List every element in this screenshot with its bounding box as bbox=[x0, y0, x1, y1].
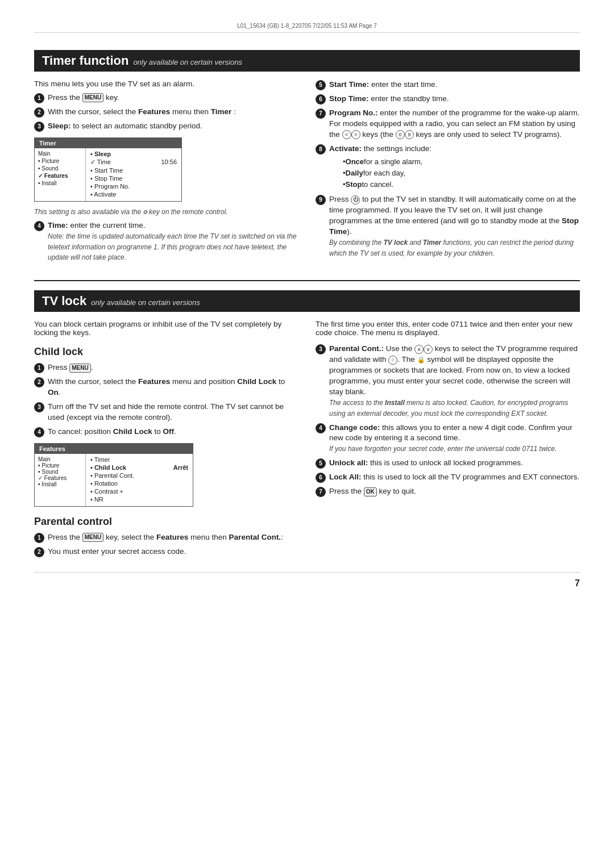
fmenu-item-sound: • Sound bbox=[38, 469, 82, 475]
step3-content: Sleep: to select an automatic standby pe… bbox=[48, 121, 298, 132]
child-step-1: 1 Press MENU. bbox=[34, 362, 298, 373]
tvlock-step5-num: 5 bbox=[316, 458, 326, 469]
tvlock-step6-content: Lock All: this is used to lock all the T… bbox=[329, 472, 580, 483]
step7-content: Program No.: enter the number of the pro… bbox=[329, 108, 580, 140]
fitem-rotation: • Rotation bbox=[90, 480, 188, 487]
standby-icon: ⏻ bbox=[351, 195, 360, 205]
child-lock-steps: 1 Press MENU. 2 With the cursor, select … bbox=[34, 362, 298, 437]
tvlock-step4-note: If you have forgotten your secret code, … bbox=[329, 445, 557, 453]
tvlock-step6-num: 6 bbox=[316, 473, 326, 483]
timer-step-3: 3 Sleep: to select an automatic standby … bbox=[34, 121, 298, 132]
tvlock-step-6: 6 Lock All: this is used to lock all the… bbox=[316, 472, 580, 483]
tvlock-step7-content: Press the OK key to quit. bbox=[329, 486, 580, 497]
bullet-daily: • Daily for each day, bbox=[343, 168, 580, 178]
step4-note: Note: the time is updated automatically … bbox=[48, 232, 297, 262]
features-menu-mockup: Features Main • Picture • Sound ✓ Featur… bbox=[34, 443, 193, 507]
fmenu-item-features: ✓ Features bbox=[38, 475, 82, 481]
circle-right-icon: > bbox=[351, 130, 360, 139]
parental-step2-content: You must enter your secret access code. bbox=[48, 546, 298, 557]
menu-item-sound: • Sound bbox=[38, 165, 82, 172]
fitem-nr: • NR bbox=[90, 496, 188, 503]
step4-num: 4 bbox=[34, 221, 44, 231]
down-arrow-icon: ∨ bbox=[424, 345, 433, 354]
tvlock-two-col: You can block certain programs or inhibi… bbox=[34, 320, 580, 561]
features-menu-right: • Timer • Child Lock Arrêt • Parental Co… bbox=[86, 454, 193, 506]
timer-time-label: ✓ Time bbox=[90, 158, 111, 166]
timer-step-5: 5 Start Time: enter the start time. bbox=[316, 80, 580, 90]
tvlock-section: TV lock only available on certain versio… bbox=[34, 290, 580, 561]
timer-menu-right: • Sleep ✓ Time 10:56 • Start Time • Stop… bbox=[86, 148, 181, 201]
parental-step-2: 2 You must enter your secret access code… bbox=[34, 546, 298, 557]
fitem-childlock-label: • Child Lock bbox=[90, 464, 126, 471]
child-step2-content: With the cursor, select the Features men… bbox=[48, 377, 298, 398]
timer-step-9: 9 Press ⏻ to put the TV set in standby. … bbox=[316, 194, 580, 258]
timer-menu-body: Main • Picture • Sound ✓ Features • Inst… bbox=[35, 148, 181, 201]
fmenu-item-picture: • Picture bbox=[38, 462, 82, 469]
step1-num: 1 bbox=[34, 93, 44, 103]
step9-note: By combining the TV lock and Timer funct… bbox=[329, 239, 574, 257]
timer-step-7: 7 Program No.: enter the number of the p… bbox=[316, 108, 580, 140]
fitem-timer: • Timer bbox=[90, 456, 188, 463]
timer-right-steps: 5 Start Time: enter the start time. 6 St… bbox=[316, 80, 580, 258]
timer-menu-mockup: Timer Main • Picture • Sound ✓ Features … bbox=[34, 137, 182, 202]
timer-step-1: 1 Press the MENU key. bbox=[34, 93, 298, 103]
timer-step-8: 8 Activate: the settings include: • Once… bbox=[316, 144, 580, 191]
timer-title-text: Timer function bbox=[42, 53, 128, 68]
circle-0-icon: 0 bbox=[396, 130, 405, 139]
timer-left-steps: 1 Press the MENU key. 2 With the cursor,… bbox=[34, 93, 298, 132]
child-step-4: 4 To cancel: position Child Lock to Off. bbox=[34, 427, 298, 437]
step1-content: Press the MENU key. bbox=[48, 93, 298, 103]
timer-step-6: 6 Stop Time: enter the standby time. bbox=[316, 94, 580, 105]
timer-item-starttime: • Start Time bbox=[90, 167, 177, 174]
tvlock-step-3: 3 Parental Cont.: Use the ∧∨ keys to sel… bbox=[316, 344, 580, 419]
step9-content: Press ⏻ to put the TV set in standby. It… bbox=[329, 194, 580, 258]
tvlock-right-col: The first time you enter this, enter cod… bbox=[316, 320, 580, 561]
bullet-once: • Once for a single alarm, bbox=[343, 157, 580, 167]
ok-circle-icon: ○ bbox=[388, 356, 397, 365]
timer-section-title: Timer function only available on certain… bbox=[34, 50, 580, 72]
tvlock-left-col: You can block certain programs or inhibi… bbox=[34, 320, 298, 561]
child-step4-num: 4 bbox=[34, 427, 44, 437]
bullet-stop: • Stop to cancel. bbox=[343, 180, 580, 190]
up-arrow-icon: ∧ bbox=[414, 345, 424, 354]
ok-key-icon: OK bbox=[364, 487, 377, 496]
menu-item-install: • Install bbox=[38, 180, 82, 186]
tvlock-section-title: TV lock only available on certain versio… bbox=[34, 290, 580, 312]
timer-item-stoptime: • Stop Time bbox=[90, 175, 177, 182]
fitem-contrast: • Contrast + bbox=[90, 488, 188, 495]
features-menu-body: Main • Picture • Sound ✓ Features • Inst… bbox=[35, 454, 193, 506]
page-meta: L01_15634 (GB) 1-8_220705 7/22/05 11:53 … bbox=[34, 23, 580, 33]
step2-num: 2 bbox=[34, 107, 44, 118]
tvlock-step-5: 5 Unlock all: this is used to unlock all… bbox=[316, 458, 580, 469]
timer-subtitle: only available on certain versions bbox=[133, 58, 242, 66]
child-step-3: 3 Turn off the TV set and hide the remot… bbox=[34, 402, 298, 423]
timer-time-value: 10:56 bbox=[161, 158, 177, 166]
parental-step1-num: 1 bbox=[34, 533, 44, 543]
timer-right-col: 5 Start Time: enter the start time. 6 St… bbox=[316, 80, 580, 266]
menu-key-1: MENU bbox=[82, 93, 103, 102]
child-step3-num: 3 bbox=[34, 402, 44, 412]
step5-num: 5 bbox=[316, 80, 326, 90]
parental-control-heading: Parental control bbox=[34, 516, 298, 528]
step6-content: Stop Time: enter the standby time. bbox=[329, 94, 580, 105]
features-menu-left: Main • Picture • Sound ✓ Features • Inst… bbox=[35, 454, 86, 506]
timer-two-col: This menu lets you use the TV set as an … bbox=[34, 80, 580, 266]
fitem-childlock-badge: Arrêt bbox=[173, 464, 188, 471]
timer-menu-header: Timer bbox=[35, 138, 181, 148]
step3-num: 3 bbox=[34, 122, 44, 132]
timer-intro: This menu lets you use the TV set as an … bbox=[34, 80, 298, 88]
menu-item-main: Main bbox=[38, 151, 82, 157]
child-step-2: 2 With the cursor, select the Features m… bbox=[34, 377, 298, 398]
tvlock-intro: You can block certain programs or inhibi… bbox=[34, 320, 298, 337]
timer-item-activate: • Activate bbox=[90, 191, 177, 198]
fitem-childlock: • Child Lock Arrêt bbox=[90, 464, 188, 471]
child-step2-num: 2 bbox=[34, 377, 44, 387]
tvlock-step7-num: 7 bbox=[316, 487, 326, 497]
child-step4-content: To cancel: position Child Lock to Off. bbox=[48, 427, 298, 437]
step5-content: Start Time: enter the start time. bbox=[329, 80, 580, 90]
step4-content: Time: enter the current time. Note: the … bbox=[48, 220, 298, 264]
step2-content: With the cursor, select the Features men… bbox=[48, 107, 298, 118]
fmenu-item-install: • Install bbox=[38, 481, 82, 487]
features-menu-header: Features bbox=[35, 444, 193, 454]
child-lock-subsection: Child lock 1 Press MENU. 2 With the curs… bbox=[34, 346, 298, 507]
